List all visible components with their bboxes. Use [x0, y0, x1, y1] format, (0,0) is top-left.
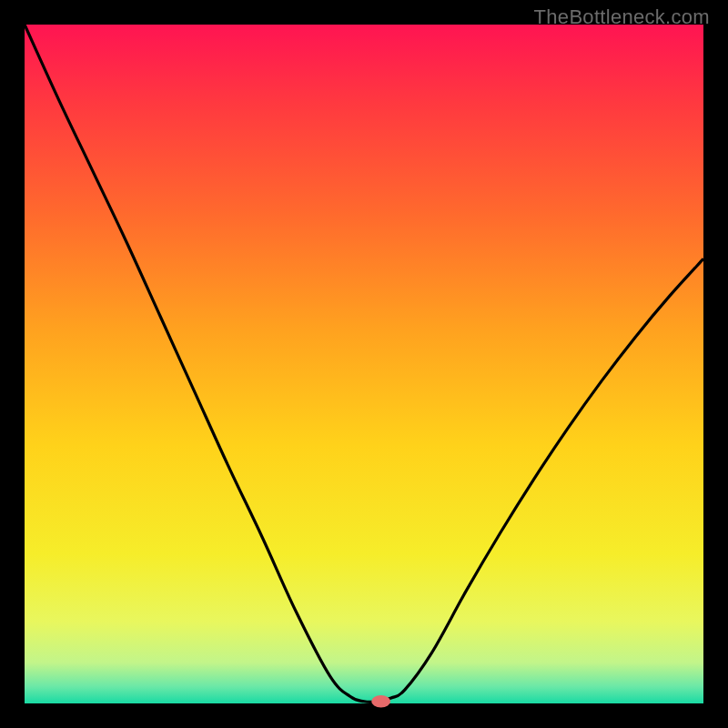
chart-container: TheBottleneck.com [0, 0, 728, 728]
watermark-text: TheBottleneck.com [534, 5, 710, 29]
bottleneck-chart [0, 0, 728, 728]
optimum-marker [371, 695, 390, 707]
plot-background [25, 25, 703, 703]
